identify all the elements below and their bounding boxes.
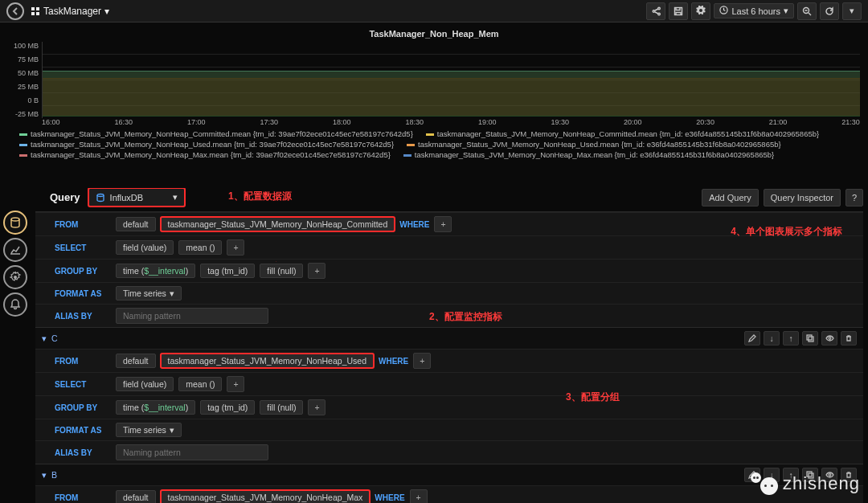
kw-where: WHERE (375, 493, 404, 502)
select-mean-chip[interactable]: mean () (178, 240, 222, 255)
svg-rect-3 (36, 12, 39, 15)
annotation-3: 3、配置分组 (566, 391, 620, 404)
svg-rect-0 (31, 7, 35, 10)
svg-point-4 (658, 7, 661, 10)
annotation-1: 1、配置数据源 (228, 190, 292, 203)
groupby-fill-chip[interactable]: fill (null) (260, 264, 303, 278)
chevron-down-icon: ▾ (173, 192, 178, 202)
kw-select: SELECT (55, 380, 111, 389)
watermark-text: zhisheng (783, 473, 860, 494)
select-field-chip[interactable]: field (value) (116, 240, 174, 255)
where-add-button[interactable]: + (410, 489, 428, 503)
groupby-tag-chip[interactable]: tag (tm_id) (200, 400, 255, 415)
groupby-add-button[interactable]: + (308, 399, 326, 415)
chart-legend: taskmanager_Status_JVM_Memory_NonHeap_Co… (19, 129, 860, 160)
tab-alert[interactable] (3, 292, 27, 317)
select-field-chip[interactable]: field (value) (116, 377, 174, 391)
chart-panel: TaskManager_Non_Heap_Mem 100 MB 75 MB 50… (8, 26, 860, 160)
svg-rect-2 (31, 12, 35, 15)
query-delete-button[interactable] (841, 331, 857, 346)
query-toggle-visibility-button[interactable] (821, 331, 837, 346)
chevron-down-icon: ▾ (784, 6, 788, 16)
legend-item[interactable]: taskmanager_Status_JVM_Memory_NonHeap_Us… (19, 140, 394, 150)
groupby-add-button[interactable]: + (308, 263, 326, 279)
formatas-select[interactable]: Time series ▾ (116, 423, 182, 437)
query-movedown-button[interactable]: ↓ (764, 331, 780, 346)
groupby-time-chip[interactable]: time ($__interval) (116, 400, 195, 415)
add-query-button[interactable]: Add Query (702, 189, 759, 207)
tab-queries[interactable] (3, 211, 27, 235)
chart-plot-area[interactable]: 100 MB 75 MB 50 MB 25 MB 0 B -25 MB (8, 42, 860, 118)
svg-point-10 (11, 218, 19, 221)
from-retention-chip[interactable]: default (116, 217, 156, 231)
kw-formatas: FORMAT AS (55, 289, 111, 298)
kw-where: WHERE (399, 220, 429, 229)
from-measurement-chip[interactable]: taskmanager_Status_JVM_Memory_NonHeap_Ma… (161, 490, 371, 503)
legend-item[interactable]: taskmanager_Status_JVM_Memory_NonHeap_Co… (426, 129, 819, 140)
save-button[interactable] (669, 2, 688, 20)
query-collapse-toggle[interactable]: ▾ (42, 470, 47, 480)
kw-aliasby: ALIAS BY (55, 312, 111, 321)
legend-item[interactable]: taskmanager_Status_JVM_Memory_NonHeap_Ma… (19, 150, 391, 161)
aliasby-input[interactable] (116, 308, 268, 324)
groupby-tag-chip[interactable]: tag (tm_id) (200, 264, 255, 278)
datasource-picker[interactable]: InfluxDB ▾ (88, 188, 185, 207)
kw-aliasby: ALIAS BY (55, 448, 111, 457)
zoom-out-button[interactable] (797, 2, 817, 20)
query-id-label: B (51, 470, 57, 480)
chevron-down-icon: ▾ (170, 425, 174, 435)
chart-canvas[interactable] (42, 42, 860, 118)
legend-item[interactable]: taskmanager_Status_JVM_Memory_NonHeap_Co… (19, 129, 413, 140)
wechat-icon (751, 472, 778, 495)
query-collapse-toggle[interactable]: ▾ (42, 333, 47, 343)
annotation-2: 2、配置监控指标 (429, 310, 502, 324)
query-block-b: ▾ B ↓ ↑ FROM default taskmanager_Status_… (35, 464, 863, 503)
tab-general[interactable] (3, 265, 27, 289)
kw-groupby: GROUP BY (55, 403, 111, 412)
kw-from: FROM (55, 493, 111, 502)
chevron-down-icon: ▾ (104, 6, 109, 17)
tab-visualization[interactable] (3, 238, 27, 262)
gear-icon (696, 6, 706, 17)
legend-item[interactable]: taskmanager_Status_JVM_Memory_NonHeap_Us… (407, 140, 781, 150)
from-retention-chip[interactable]: default (116, 490, 156, 503)
chart-x-axis: 16:00 16:30 17:00 17:30 18:00 18:30 19:0… (42, 118, 860, 126)
dashboard-title-dropdown[interactable]: TaskManager ▾ (31, 6, 109, 17)
kw-from: FROM (55, 357, 111, 366)
query-help-button[interactable]: ? (845, 189, 863, 207)
back-button[interactable] (6, 2, 24, 20)
refresh-interval-dropdown[interactable]: ▾ (842, 2, 862, 20)
where-add-button[interactable]: + (434, 216, 452, 232)
select-mean-chip[interactable]: mean () (178, 377, 222, 391)
legend-item[interactable]: taskmanager_Status_JVM_Memory_NonHeap_Ma… (403, 150, 774, 161)
aliasby-input[interactable] (116, 444, 268, 460)
query-edit-button[interactable] (744, 331, 760, 346)
clock-icon (719, 6, 728, 16)
query-moveup-button[interactable]: ↑ (783, 331, 799, 346)
query-block-c: ▾ C ↓ ↑ FROM default taskmanager_Status_… (35, 327, 863, 464)
select-add-button[interactable]: + (227, 239, 244, 256)
svg-rect-1 (36, 7, 39, 10)
from-retention-chip[interactable]: default (116, 354, 156, 368)
query-duplicate-button[interactable] (802, 331, 818, 346)
svg-point-12 (97, 194, 104, 196)
where-add-button[interactable]: + (413, 353, 431, 369)
time-range-label: Last 6 hours (731, 6, 780, 16)
time-range-picker[interactable]: Last 6 hours ▾ (714, 3, 794, 18)
kw-formatas: FORMAT AS (55, 426, 111, 435)
svg-rect-14 (809, 337, 813, 341)
editor-side-tabs (3, 211, 27, 317)
query-editor: Query InfluxDB ▾ 1、配置数据源 Add Query Query… (35, 188, 863, 503)
settings-button[interactable] (691, 2, 710, 20)
share-button[interactable] (646, 2, 665, 20)
query-inspector-button[interactable]: Query Inspector (764, 189, 841, 207)
select-add-button[interactable]: + (227, 376, 244, 392)
groupby-time-chip[interactable]: time ($__interval) (116, 264, 195, 278)
from-measurement-chip[interactable]: taskmanager_Status_JVM_Memory_NonHeap_Co… (161, 217, 395, 231)
formatas-select[interactable]: Time series ▾ (116, 286, 182, 301)
chart-y-axis: 100 MB 75 MB 50 MB 25 MB 0 B -25 MB (8, 42, 42, 118)
groupby-fill-chip[interactable]: fill (null) (260, 400, 303, 415)
svg-rect-13 (807, 335, 812, 340)
refresh-button[interactable] (820, 2, 839, 20)
from-measurement-chip[interactable]: taskmanager_Status_JVM_Memory_NonHeap_Us… (161, 354, 374, 368)
